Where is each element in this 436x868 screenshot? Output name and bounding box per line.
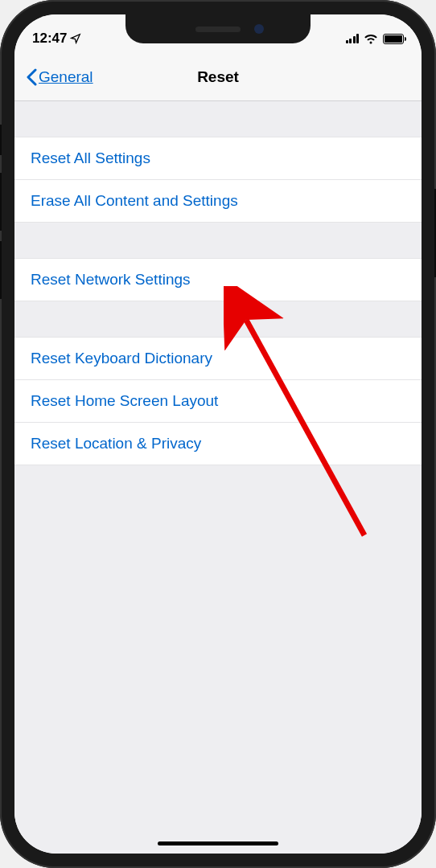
wifi-icon [364, 34, 378, 44]
back-button[interactable]: General [26, 68, 93, 86]
front-camera [254, 24, 264, 34]
erase-all-content-row[interactable]: Erase All Content and Settings [14, 180, 422, 222]
reset-keyboard-dictionary-row[interactable]: Reset Keyboard Dictionary [14, 338, 422, 380]
reset-location-privacy-row[interactable]: Reset Location & Privacy [14, 423, 422, 465]
status-time: 12:47 [32, 31, 67, 47]
reset-home-screen-row[interactable]: Reset Home Screen Layout [14, 380, 422, 423]
volume-down-button [0, 241, 2, 299]
location-icon [70, 33, 81, 44]
settings-group: Reset Network Settings [14, 258, 422, 301]
phone-device-frame: 12:47 General [0, 0, 436, 868]
row-label: Reset Network Settings [31, 271, 191, 288]
home-indicator[interactable] [158, 841, 278, 845]
speaker-grille [195, 27, 241, 32]
settings-group: Reset All Settings Erase All Content and… [14, 137, 422, 223]
phone-screen: 12:47 General [14, 14, 422, 854]
reset-all-settings-row[interactable]: Reset All Settings [14, 137, 422, 180]
chevron-left-icon [26, 68, 37, 86]
volume-up-button [0, 173, 2, 231]
silence-switch [0, 125, 2, 155]
status-left: 12:47 [32, 31, 81, 47]
row-label: Reset Keyboard Dictionary [31, 350, 212, 366]
page-title: Reset [197, 68, 239, 86]
settings-content[interactable]: Reset All Settings Erase All Content and… [14, 101, 422, 854]
navigation-bar: General Reset [14, 53, 422, 101]
notch [125, 14, 311, 43]
settings-group: Reset Keyboard Dictionary Reset Home Scr… [14, 337, 422, 465]
row-label: Reset Home Screen Layout [31, 392, 218, 409]
row-label: Erase All Content and Settings [31, 192, 238, 209]
back-label: General [39, 68, 93, 86]
reset-network-settings-row[interactable]: Reset Network Settings [14, 259, 422, 301]
battery-icon [383, 34, 404, 44]
row-label: Reset All Settings [31, 149, 150, 166]
status-right [346, 34, 405, 44]
row-label: Reset Location & Privacy [31, 435, 201, 452]
cellular-signal-icon [346, 34, 360, 43]
